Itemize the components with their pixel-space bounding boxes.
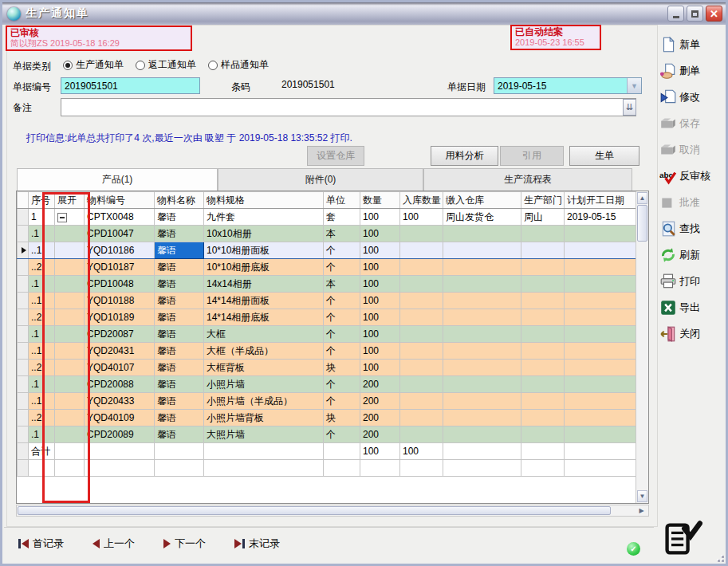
sidebar-button-approve[interactable]: 批准 — [659, 192, 728, 213]
cell[interactable]: 大框背板 — [204, 360, 324, 376]
scroll-up-icon[interactable]: ▲ — [637, 192, 647, 204]
table-row[interactable]: ..2YQD40109馨语小照片墙背板块200 — [18, 410, 636, 426]
cell[interactable]: .1 — [29, 276, 55, 293]
cell[interactable] — [400, 309, 443, 326]
cell[interactable] — [55, 410, 85, 426]
sidebar-button-edit-doc[interactable]: 修改 — [659, 87, 728, 108]
column-header[interactable]: 生产部门 — [521, 192, 565, 209]
cell[interactable]: 100 — [360, 259, 400, 276]
sidebar-button-unaudit[interactable]: abc反审核 — [659, 166, 728, 187]
sidebar-button-cancel[interactable]: 取消 — [659, 140, 728, 160]
cell[interactable] — [443, 309, 521, 326]
sidebar-button-delete-doc[interactable]: 删单 — [659, 61, 728, 81]
cell[interactable]: 14*14相册底板 — [204, 309, 324, 326]
cell[interactable] — [565, 309, 636, 326]
nav-first-record[interactable]: 首记录 — [18, 537, 64, 551]
cell[interactable]: 周山发货仓 — [443, 209, 521, 226]
cell[interactable] — [521, 226, 565, 242]
cell[interactable] — [55, 259, 85, 276]
cell[interactable] — [521, 376, 565, 393]
cell[interactable]: ..1 — [29, 393, 55, 410]
cell[interactable] — [521, 326, 565, 343]
resize-grip[interactable] — [714, 552, 725, 563]
cell[interactable]: YQD10189 — [85, 309, 155, 326]
cell[interactable]: 馨语 — [155, 259, 204, 276]
cell[interactable] — [400, 393, 443, 410]
cell[interactable] — [565, 343, 636, 360]
cell[interactable]: 个 — [324, 343, 360, 360]
cell[interactable]: 块 — [324, 360, 360, 376]
cell[interactable]: 小照片墙（半成品） — [204, 393, 324, 410]
cell[interactable] — [400, 242, 443, 259]
cell[interactable]: 1 — [29, 209, 55, 226]
cell[interactable]: 小照片墙 — [204, 376, 324, 393]
column-header[interactable]: 展开 — [55, 192, 85, 209]
cell[interactable] — [565, 393, 636, 410]
tab-2[interactable]: 附件(0) — [218, 168, 423, 191]
cell[interactable]: 馨语 — [155, 376, 204, 393]
cell[interactable] — [400, 376, 443, 393]
cell[interactable] — [400, 293, 443, 309]
cell[interactable]: 10*10相册底板 — [204, 259, 324, 276]
cell[interactable] — [565, 242, 636, 259]
cell[interactable] — [55, 276, 85, 293]
table-row[interactable]: ..2YQD10189馨语14*14相册底板个100 — [18, 309, 636, 326]
horizontal-scrollbar[interactable]: ▶ — [16, 505, 649, 517]
cell[interactable] — [443, 360, 521, 376]
cell[interactable]: YQD20431 — [85, 343, 155, 360]
cell[interactable] — [55, 242, 85, 259]
remark-expand-button[interactable]: ⇊ — [623, 99, 636, 116]
cell[interactable]: 个 — [324, 259, 360, 276]
cell[interactable] — [565, 376, 636, 393]
cell[interactable] — [443, 276, 521, 293]
table-row[interactable]: .1CPD10047馨语10x10相册本100 — [18, 226, 636, 242]
cell[interactable] — [400, 276, 443, 293]
cell[interactable]: 100 — [360, 293, 400, 309]
cell[interactable]: 馨语 — [155, 393, 204, 410]
cell[interactable] — [565, 410, 636, 426]
cell[interactable] — [400, 410, 443, 426]
cell[interactable]: .1 — [29, 376, 55, 393]
table-row[interactable]: ..1YQD10186馨语10*10相册面板个100 — [18, 242, 636, 259]
cell[interactable]: 大照片墙 — [204, 426, 324, 443]
cell[interactable]: 100 — [360, 209, 400, 226]
action-button-4[interactable]: 生单 — [569, 146, 639, 166]
cell[interactable]: 10x10相册 — [204, 226, 324, 242]
tab-3[interactable]: 生产流程表 — [423, 168, 632, 191]
cell[interactable]: 馨语 — [155, 326, 204, 343]
cell[interactable] — [400, 259, 443, 276]
nav-prev-record[interactable]: 上一个 — [92, 537, 135, 551]
cell[interactable]: 本 — [324, 276, 360, 293]
cell[interactable] — [521, 293, 565, 309]
cell[interactable]: 大框 — [204, 326, 324, 343]
cell[interactable]: 馨语 — [155, 343, 204, 360]
cell[interactable]: 100 — [400, 209, 443, 226]
sidebar-button-new-doc[interactable]: 新单 — [659, 34, 728, 55]
cell[interactable]: CPD10048 — [85, 276, 155, 293]
cell[interactable] — [521, 242, 565, 259]
cell[interactable]: .1 — [29, 326, 55, 343]
cell[interactable]: 2019-05-15 — [565, 209, 636, 226]
cell[interactable] — [400, 226, 443, 242]
cell[interactable]: 200 — [360, 410, 400, 426]
table-row[interactable]: ..2YQD10187馨语10*10相册底板个100 — [18, 259, 636, 276]
cell[interactable] — [521, 343, 565, 360]
cell[interactable]: 块 — [324, 410, 360, 426]
column-header[interactable]: 数量 — [360, 192, 400, 209]
cell[interactable]: CPD20087 — [85, 326, 155, 343]
cell[interactable]: 馨语 — [155, 209, 204, 226]
cell[interactable]: 14*14相册面板 — [204, 293, 324, 309]
cell[interactable] — [400, 343, 443, 360]
cell[interactable] — [565, 259, 636, 276]
cell[interactable] — [55, 293, 85, 309]
doc-no-input[interactable] — [61, 77, 200, 94]
column-header[interactable]: 计划开工日期 — [565, 192, 636, 209]
cell[interactable]: ..1 — [29, 293, 55, 309]
cell[interactable] — [400, 360, 443, 376]
scroll-right-icon[interactable]: ▶ — [636, 506, 647, 515]
cell[interactable]: CPTX0048 — [85, 209, 155, 226]
cell[interactable] — [55, 343, 85, 360]
cell[interactable] — [443, 426, 521, 443]
sidebar-button-save[interactable]: 保存 — [659, 113, 728, 134]
table-row[interactable]: ..1YQD10188馨语14*14相册面板个100 — [18, 293, 636, 309]
